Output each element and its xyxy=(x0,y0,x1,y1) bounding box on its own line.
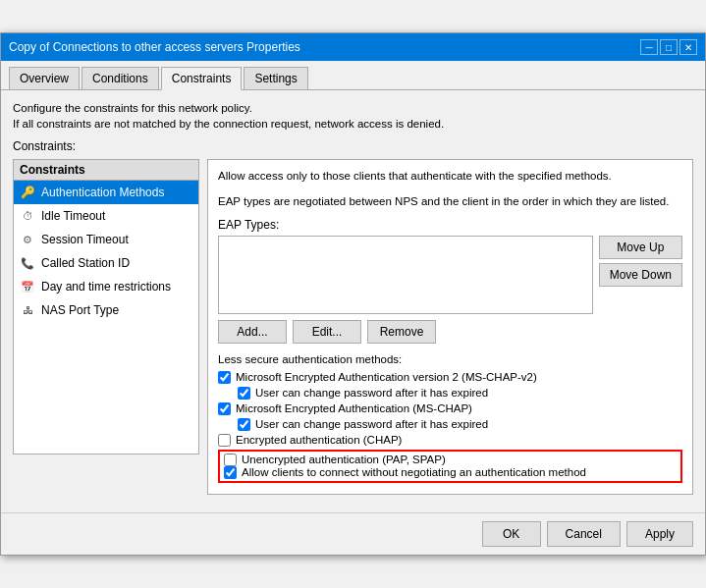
title-bar: Copy of Connections to other access serv… xyxy=(1,33,705,61)
auth-methods-label: Authentication Methods xyxy=(41,186,164,199)
edit-button[interactable]: Edit... xyxy=(293,320,361,344)
mschap-label: Microsoft Encrypted Authentication (MS-C… xyxy=(236,402,472,414)
checkbox-chap: Encrypted authentication (CHAP) xyxy=(218,434,682,447)
sidebar-item-day-time[interactable]: 📅 Day and time restrictions xyxy=(14,275,198,298)
no-negotiate-label: Allow clients to connect without negotia… xyxy=(242,466,586,478)
checkbox-mschapv2: Microsoft Encrypted Authentication versi… xyxy=(218,371,682,384)
mschapv2-label: Microsoft Encrypted Authentication versi… xyxy=(236,371,537,383)
constraints-list: 🔑 Authentication Methods ⏱ Idle Timeout … xyxy=(13,180,199,454)
checkbox-mschapv2-change: User can change password after it has ex… xyxy=(238,387,682,400)
move-up-button[interactable]: Move Up xyxy=(599,236,682,259)
network-icon: 🖧 xyxy=(20,302,35,318)
day-time-label: Day and time restrictions xyxy=(41,280,171,294)
mschap-change-label: User can change password after it has ex… xyxy=(255,418,488,430)
eap-area: Move Up Move Down xyxy=(218,236,682,314)
tab-overview[interactable]: Overview xyxy=(9,67,80,89)
mschapv2-change-checkbox[interactable] xyxy=(238,387,250,400)
dialog-window: Copy of Connections to other access serv… xyxy=(0,32,706,556)
dialog-footer: OK Cancel Apply xyxy=(1,512,705,555)
clock-icon: ⏱ xyxy=(20,208,35,224)
move-down-button[interactable]: Move Down xyxy=(599,263,682,287)
no-negotiate-checkbox[interactable] xyxy=(224,466,237,479)
maximize-button[interactable]: □ xyxy=(660,39,678,55)
ok-button[interactable]: OK xyxy=(482,521,541,547)
description-line2: If all constraints are not matched by th… xyxy=(13,116,693,132)
sidebar-item-nas-port[interactable]: 🖧 NAS Port Type xyxy=(14,298,198,322)
nas-port-label: NAS Port Type xyxy=(41,303,119,317)
dialog-title: Copy of Connections to other access serv… xyxy=(9,40,300,54)
sidebar-item-session-timeout[interactable]: ⚙ Session Timeout xyxy=(14,228,198,251)
highlighted-section: Unencrypted authentication (PAP, SPAP) A… xyxy=(218,450,682,483)
calendar-icon: 📅 xyxy=(20,279,35,294)
title-bar-buttons: ─ □ ✕ xyxy=(640,39,697,55)
chap-checkbox[interactable] xyxy=(218,434,231,447)
tab-constraints[interactable]: Constraints xyxy=(161,67,243,90)
chap-label: Encrypted authentication (CHAP) xyxy=(236,434,402,446)
checkbox-mschap-change: User can change password after it has ex… xyxy=(238,418,682,431)
sidebar-item-auth-methods[interactable]: 🔑 Authentication Methods xyxy=(14,181,198,204)
description-block: Configure the constraints for this netwo… xyxy=(13,100,693,132)
eap-types-list[interactable] xyxy=(218,236,593,314)
tab-settings[interactable]: Settings xyxy=(244,67,307,89)
main-area: Constraints 🔑 Authentication Methods ⏱ I… xyxy=(13,159,693,495)
minimize-button[interactable]: ─ xyxy=(640,39,658,55)
session-timeout-label: Session Timeout xyxy=(41,233,129,246)
sidebar-item-called-station[interactable]: 📞 Called Station ID xyxy=(14,251,198,275)
checkbox-no-negotiate: Allow clients to connect without negotia… xyxy=(224,466,677,479)
cancel-button[interactable]: Cancel xyxy=(547,521,621,547)
remove-button[interactable]: Remove xyxy=(367,320,436,344)
checkbox-mschap: Microsoft Encrypted Authentication (MS-C… xyxy=(218,402,682,415)
sidebar-item-idle-timeout[interactable]: ⏱ Idle Timeout xyxy=(14,204,198,228)
mschap-change-checkbox[interactable] xyxy=(238,418,250,431)
mschapv2-checkbox[interactable] xyxy=(218,371,231,384)
eap-label: EAP Types: xyxy=(218,218,682,232)
gear-icon: ⚙ xyxy=(20,232,35,247)
idle-timeout-label: Idle Timeout xyxy=(41,209,105,223)
content-area: Configure the constraints for this netwo… xyxy=(1,90,705,505)
mschapv2-change-label: User can change password after it has ex… xyxy=(255,387,488,399)
left-panel: Constraints 🔑 Authentication Methods ⏱ I… xyxy=(13,159,199,495)
close-button[interactable]: ✕ xyxy=(679,39,697,55)
right-desc2: EAP types are negotiated between NPS and… xyxy=(218,193,682,210)
pap-label: Unencrypted authentication (PAP, SPAP) xyxy=(242,454,446,465)
description-line1: Configure the constraints for this netwo… xyxy=(13,100,693,116)
apply-button[interactable]: Apply xyxy=(626,521,693,547)
checkbox-pap: Unencrypted authentication (PAP, SPAP) xyxy=(224,454,677,466)
right-panel: Allow access only to those clients that … xyxy=(207,159,693,495)
eap-side-buttons: Move Up Move Down xyxy=(599,236,682,314)
tab-bar: Overview Conditions Constraints Settings xyxy=(1,61,705,90)
mschap-checkbox[interactable] xyxy=(218,402,231,415)
right-desc1: Allow access only to those clients that … xyxy=(218,168,682,185)
less-secure-label: Less secure authentication methods: xyxy=(218,353,682,365)
lock-icon: 🔑 xyxy=(20,185,35,200)
pap-checkbox[interactable] xyxy=(224,454,237,466)
tab-conditions[interactable]: Conditions xyxy=(81,67,159,89)
phone-icon: 📞 xyxy=(20,255,35,271)
called-station-label: Called Station ID xyxy=(41,256,130,270)
add-button[interactable]: Add... xyxy=(218,320,287,344)
left-panel-title: Constraints xyxy=(13,159,199,180)
constraints-label: Constraints: xyxy=(13,139,693,153)
action-buttons: Add... Edit... Remove xyxy=(218,320,682,344)
